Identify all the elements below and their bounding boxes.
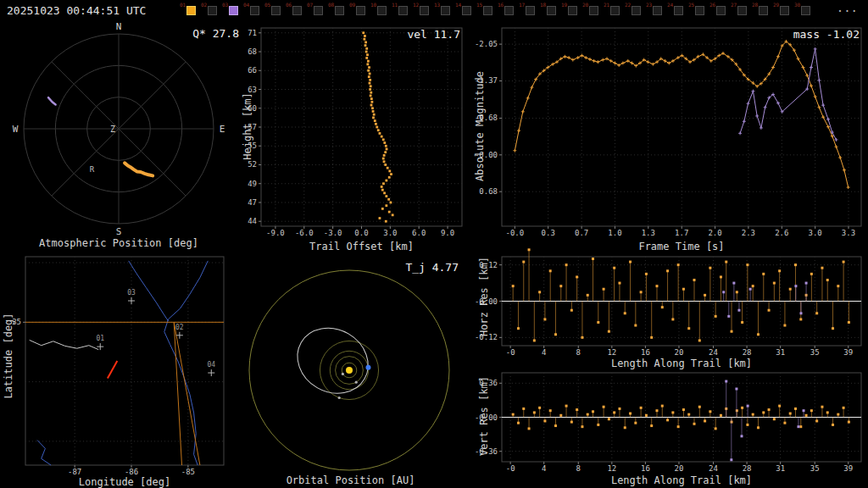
station-id-label: 25 <box>688 3 694 8</box>
station-toggle[interactable] <box>695 6 704 15</box>
svg-text:2.3: 2.3 <box>742 229 755 237</box>
horz-residuals-panel: Horz Res [km] -04812162024283135390.12-0… <box>470 251 868 369</box>
station-toggle[interactable] <box>398 6 408 15</box>
station-toggle[interactable] <box>420 6 429 15</box>
vert-residuals-plot: -04812162024283135390.36-0.00-0.36 <box>477 369 868 476</box>
station-cell: 11 <box>392 3 413 19</box>
station-toggle[interactable] <box>314 6 323 15</box>
svg-text:8: 8 <box>576 348 581 357</box>
station-toggle[interactable] <box>377 6 387 15</box>
svg-text:16: 16 <box>641 464 650 473</box>
longitude-xlabel: Longitude [deg] <box>25 476 224 488</box>
svg-text:-85: -85 <box>181 468 195 476</box>
station-id-label: 17 <box>519 3 525 8</box>
station-toggle[interactable] <box>356 6 365 15</box>
tisserand-value: T_j 4.77 <box>405 261 459 274</box>
station-cell: 22 <box>625 3 646 19</box>
station-toggle[interactable] <box>737 6 747 15</box>
station-cell: 28 <box>752 3 773 19</box>
sky-position-panel: Q* 27.8 NESWZR Atmospheric Position [deg… <box>7 22 244 251</box>
ground-map-panel: Latitude [deg] -87-86-853501020304 Longi… <box>0 251 231 488</box>
station-toggle[interactable] <box>568 6 577 15</box>
station-cell: 20 <box>582 3 604 19</box>
station-toggle[interactable] <box>271 6 281 15</box>
svg-text:24: 24 <box>709 464 718 473</box>
svg-text:W: W <box>13 124 19 135</box>
sky-xlabel: Atmospheric Position [deg] <box>7 237 231 249</box>
station-id-label: 04 <box>243 3 249 8</box>
station-toggle[interactable] <box>801 6 810 15</box>
station-toggle[interactable] <box>335 6 344 15</box>
station-id-label: 19 <box>561 3 567 8</box>
utc-timestamp: 20251023 00:44:51 UTC <box>7 4 146 17</box>
station-id-label: 09 <box>349 3 355 8</box>
svg-text:35: 35 <box>12 318 21 326</box>
svg-text:49: 49 <box>248 180 257 188</box>
station-cell: 29 <box>773 3 794 19</box>
station-toggle[interactable] <box>250 6 259 15</box>
station-toggle[interactable] <box>462 6 471 15</box>
station-cell: 26 <box>709 3 731 19</box>
vert-res-xlabel: Length Along Trail [km] <box>502 474 861 486</box>
station-toggle[interactable] <box>504 6 514 15</box>
svg-text:R: R <box>90 165 95 174</box>
mass-value: mass -1.02 <box>793 28 860 41</box>
light-curve-panel: Absolute Magnitude mass -1.02 -0.00.30.7… <box>470 22 868 268</box>
station-toggle[interactable] <box>716 6 726 15</box>
meteor-analysis-app: 20251023 00:44:51 UTC 010203040506070809… <box>0 0 868 488</box>
station-toggle[interactable] <box>441 6 450 15</box>
station-toggle[interactable] <box>547 6 556 15</box>
station-id-label: 23 <box>646 3 652 8</box>
svg-text:0.0: 0.0 <box>354 229 368 237</box>
station-toggle[interactable] <box>483 6 492 15</box>
station-cell: 03 <box>222 3 243 19</box>
svg-text:-6.0: -6.0 <box>295 229 314 237</box>
station-toggle[interactable] <box>759 6 768 15</box>
station-toggle[interactable] <box>674 6 683 15</box>
horz-res-xlabel: Length Along Trail [km] <box>502 358 861 369</box>
svg-text:-0: -0 <box>506 348 515 357</box>
station-id-label: 24 <box>667 3 673 8</box>
svg-text:9.0: 9.0 <box>441 229 454 237</box>
station-cell: 24 <box>667 3 688 19</box>
station-toggle[interactable] <box>610 6 620 15</box>
station-cell: 17 <box>519 3 540 19</box>
svg-text:2.6: 2.6 <box>775 229 788 237</box>
station-id-label: 30 <box>794 3 800 8</box>
station-toggle[interactable] <box>229 6 238 15</box>
station-toggle[interactable] <box>653 6 662 15</box>
svg-text:1.3: 1.3 <box>642 229 655 237</box>
svg-text:0.12: 0.12 <box>479 261 498 269</box>
svg-text:E: E <box>220 124 225 135</box>
station-toggle[interactable] <box>208 6 217 15</box>
station-toggle[interactable] <box>589 6 598 15</box>
station-toggle[interactable] <box>292 6 302 15</box>
station-cell: 14 <box>455 3 476 19</box>
station-id-label: 10 <box>370 3 376 8</box>
station-id-label: 29 <box>773 3 779 8</box>
overflow-menu[interactable]: ... <box>837 1 858 14</box>
q-star-value: Q* 27.8 <box>192 27 239 40</box>
station-id-label: 14 <box>455 3 461 8</box>
station-cell: 12 <box>413 3 434 19</box>
ground-map-plot: -87-86-853501020304 <box>12 252 229 478</box>
svg-text:3.0: 3.0 <box>383 229 397 237</box>
svg-text:39: 39 <box>843 464 853 473</box>
svg-text:01: 01 <box>96 335 104 342</box>
station-toggle[interactable] <box>526 6 535 15</box>
svg-text:0.36: 0.36 <box>479 379 498 387</box>
svg-text:28: 28 <box>743 348 752 357</box>
station-id-label: 26 <box>709 3 715 8</box>
svg-text:-0.36: -0.36 <box>475 447 498 456</box>
orbit-xlabel: Orbital Position [AU] <box>237 474 464 486</box>
station-cell: 01 <box>180 3 201 19</box>
station-toggle[interactable] <box>632 6 641 15</box>
station-id-label: 21 <box>604 3 609 8</box>
svg-text:66: 66 <box>248 66 257 75</box>
station-toggle[interactable] <box>186 6 196 15</box>
vert-residuals-panel: Vert Res [km] -04812162024283135390.36-0… <box>470 369 868 488</box>
svg-text:68: 68 <box>248 47 257 56</box>
station-cell: 07 <box>307 3 328 19</box>
station-toggle[interactable] <box>780 6 789 15</box>
svg-text:0.7: 0.7 <box>575 229 588 237</box>
